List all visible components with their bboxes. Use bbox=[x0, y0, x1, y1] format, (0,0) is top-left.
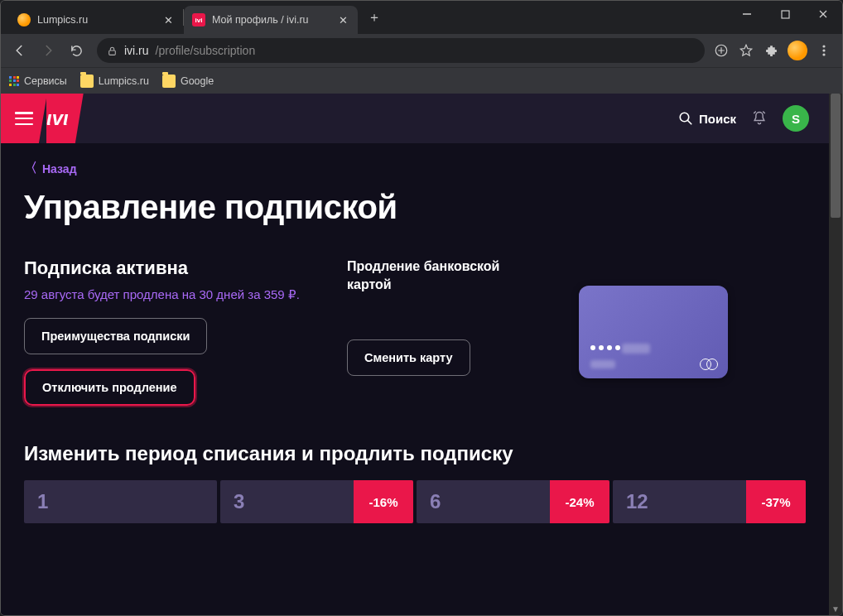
folder-icon bbox=[162, 75, 176, 88]
extensions-icon[interactable] bbox=[763, 42, 779, 59]
bookmarks-bar: Сервисы Lumpics.ru Google bbox=[1, 67, 842, 94]
site-header: ιvι Поиск S bbox=[1, 94, 829, 143]
tab-lumpics[interactable]: Lumpics.ru ✕ bbox=[9, 6, 183, 34]
bookmark-label: Lumpics.ru bbox=[99, 75, 149, 87]
url-path: /profile/subscription bbox=[156, 44, 256, 57]
favicon-lumpics bbox=[17, 13, 31, 26]
period-months: 3 bbox=[220, 490, 244, 513]
close-icon[interactable]: ✕ bbox=[161, 13, 175, 26]
mastercard-icon bbox=[700, 359, 718, 370]
close-icon[interactable]: ✕ bbox=[336, 13, 349, 26]
svg-rect-4 bbox=[109, 50, 116, 54]
tab-ivi[interactable]: ivi Мой профиль / ivi.ru ✕ bbox=[184, 6, 358, 34]
period-months: 12 bbox=[613, 490, 648, 513]
viewport: ιvι Поиск S 〈 bbox=[1, 94, 842, 615]
benefits-button[interactable]: Преимущества подписки bbox=[24, 318, 207, 354]
tab-strip: Lumpics.ru ✕ ivi Мой профиль / ivi.ru ✕ … bbox=[1, 1, 842, 34]
period-option-6[interactable]: 6 -24% bbox=[417, 480, 609, 523]
window-controls bbox=[728, 1, 842, 27]
profile-initial: S bbox=[792, 112, 800, 126]
address-bar[interactable]: ivi.ru/profile/subscription bbox=[97, 38, 705, 63]
period-discount: -16% bbox=[354, 480, 413, 523]
back-link[interactable]: 〈 Назад bbox=[24, 160, 806, 177]
card-blur bbox=[590, 360, 615, 368]
change-card-button[interactable]: Сменить карту bbox=[347, 339, 470, 376]
bookmark-services[interactable]: Сервисы bbox=[9, 75, 67, 87]
page-content: 〈 Назад Управление подпиской Подписка ак… bbox=[1, 143, 829, 615]
lock-icon bbox=[107, 46, 118, 56]
profile-button[interactable]: S bbox=[783, 105, 809, 132]
favicon-ivi: ivi bbox=[192, 13, 205, 26]
button-label: Преимущества подписки bbox=[41, 330, 190, 343]
subscription-status-title: Подписка активна bbox=[24, 257, 306, 279]
period-months: 6 bbox=[417, 490, 441, 513]
bookmark-lumpics[interactable]: Lumpics.ru bbox=[80, 75, 149, 88]
logo-wrap[interactable]: ιvι bbox=[46, 94, 84, 143]
toolbar: ivi.ru/profile/subscription bbox=[1, 34, 842, 67]
disable-renewal-button[interactable]: Отключить продление bbox=[24, 369, 195, 406]
search-label: Поиск bbox=[699, 112, 736, 126]
periods-title: Изменить период списания и продлить подп… bbox=[24, 442, 806, 465]
button-label: Сменить карту bbox=[364, 351, 453, 364]
bookmark-label: Google bbox=[181, 75, 214, 87]
svg-rect-1 bbox=[782, 11, 789, 18]
tab-title: Lumpics.ru bbox=[37, 14, 157, 26]
apps-icon bbox=[9, 76, 19, 86]
new-tab-button[interactable]: ＋ bbox=[363, 6, 386, 29]
page-title: Управление подпиской bbox=[24, 189, 806, 226]
page-scroll: ιvι Поиск S 〈 bbox=[1, 94, 829, 615]
scrollbar[interactable]: ▲ ▼ bbox=[829, 94, 842, 615]
payment-card bbox=[579, 286, 728, 378]
card-mask-dots bbox=[590, 345, 620, 350]
scrollbar-thumb[interactable] bbox=[831, 94, 841, 218]
svg-line-12 bbox=[687, 120, 691, 124]
back-label: Назад bbox=[42, 162, 77, 176]
search-icon bbox=[678, 111, 693, 126]
svg-point-9 bbox=[822, 49, 825, 51]
period-discount: -24% bbox=[550, 480, 609, 523]
folder-icon bbox=[80, 75, 94, 88]
period-months: 1 bbox=[24, 490, 48, 513]
bell-icon bbox=[751, 110, 768, 127]
bookmark-google[interactable]: Google bbox=[162, 75, 214, 88]
star-icon[interactable] bbox=[738, 42, 754, 59]
zoom-icon[interactable] bbox=[713, 42, 730, 59]
chevron-left-icon: 〈 bbox=[24, 160, 37, 177]
period-option-12[interactable]: 12 -37% bbox=[613, 480, 806, 523]
reload-button[interactable] bbox=[64, 38, 89, 63]
ivi-logo: ιvι bbox=[46, 107, 69, 130]
notifications-button[interactable] bbox=[751, 110, 768, 127]
menu-icon[interactable] bbox=[816, 42, 832, 59]
period-option-1[interactable]: 1 bbox=[24, 480, 217, 523]
period-options: 1 3 -16% 6 -24% 12 -37% bbox=[24, 480, 806, 523]
hamburger-icon bbox=[15, 112, 33, 125]
close-button[interactable] bbox=[804, 1, 842, 27]
renew-card-label: Продление банковской картой bbox=[347, 257, 537, 293]
url-host: ivi.ru bbox=[124, 44, 149, 57]
bookmark-label: Сервисы bbox=[24, 75, 67, 87]
forward-button[interactable] bbox=[36, 38, 60, 63]
period-discount: -37% bbox=[746, 480, 806, 523]
tab-title: Мой профиль / ivi.ru bbox=[212, 14, 331, 26]
maximize-button[interactable] bbox=[766, 1, 804, 27]
profile-avatar[interactable] bbox=[788, 41, 807, 60]
svg-point-8 bbox=[822, 45, 825, 47]
search-button[interactable]: Поиск bbox=[678, 111, 736, 126]
period-option-3[interactable]: 3 -16% bbox=[220, 480, 413, 523]
menu-button[interactable] bbox=[1, 94, 47, 143]
scroll-down-icon[interactable]: ▼ bbox=[829, 602, 842, 615]
toolbar-right bbox=[713, 41, 836, 60]
card-blur bbox=[622, 344, 650, 354]
back-button[interactable] bbox=[7, 38, 32, 63]
minimize-button[interactable] bbox=[728, 1, 766, 27]
subscription-renew-text: 29 августа будет продлена на 30 дней за … bbox=[24, 286, 306, 303]
browser-window: Lumpics.ru ✕ ivi Мой профиль / ivi.ru ✕ … bbox=[0, 0, 843, 616]
svg-point-10 bbox=[822, 53, 825, 55]
button-label: Отключить продление bbox=[42, 381, 177, 394]
